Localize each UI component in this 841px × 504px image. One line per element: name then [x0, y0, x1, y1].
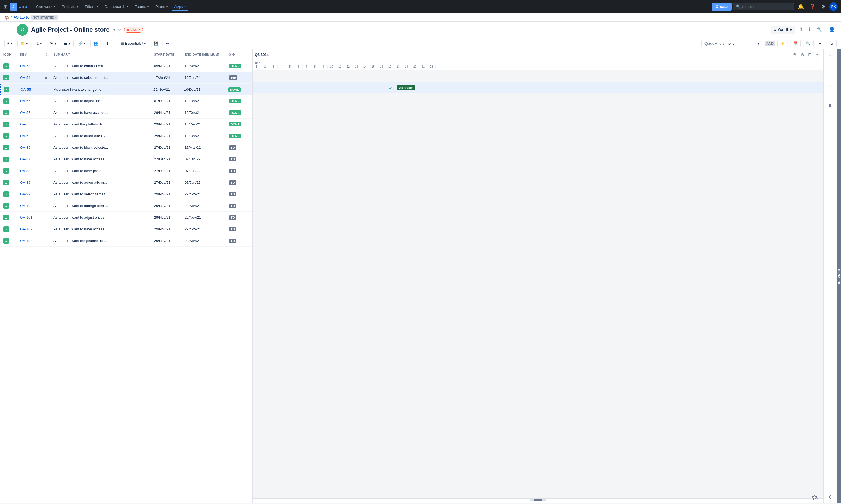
table-row[interactable]: ▲ OA-56 As a user I want to adjust price… [0, 95, 252, 107]
more-options-button[interactable]: ⋯ [816, 40, 825, 47]
gantt-row[interactable] [253, 175, 823, 187]
add-button[interactable]: + ▾ [4, 40, 16, 47]
collapse-panel-button[interactable]: ❮ [826, 492, 835, 501]
search-input[interactable] [742, 5, 791, 9]
table-row[interactable]: ▲ OA-54 ▶ As a user I want to select ite… [0, 72, 252, 84]
delete-button[interactable]: 🗑 [826, 101, 835, 110]
settings-col-icon[interactable]: ⚙ [232, 53, 235, 56]
gantt-row[interactable] [253, 163, 823, 175]
col-key[interactable]: KEY [19, 53, 44, 56]
nav-filters[interactable]: Filters ▾ [82, 3, 101, 11]
issue-key-link[interactable]: OA-103 [20, 239, 33, 243]
issue-key-link[interactable]: OA-59 [20, 134, 31, 138]
issue-key-link[interactable]: OA-88 [20, 169, 31, 173]
issue-key-link[interactable]: OA-53 [20, 64, 31, 68]
table-row[interactable]: ▲ OA-53 As a user I want to control item… [0, 60, 252, 72]
infobar[interactable]: INFOBAR [837, 49, 841, 503]
gantt-button[interactable]: ≡ Gantt ▾ [770, 25, 795, 34]
gantt-row[interactable] [253, 105, 823, 117]
fit-button[interactable]: ⊡ [807, 51, 813, 58]
gantt-row[interactable]: ✓ As a user [253, 82, 823, 93]
gantt-more-button[interactable]: ⋯ [815, 51, 821, 58]
nav-projects[interactable]: Projects ▾ [59, 3, 81, 11]
nav-your-work[interactable]: Your work ▾ [33, 3, 58, 11]
issue-key-link[interactable]: OA-102 [20, 227, 33, 231]
table-row[interactable]: ▲ OA-99 As a user I want to select items… [0, 188, 252, 200]
user-icon[interactable]: 👤 [827, 25, 837, 34]
table-row[interactable]: ▲ OA-57 As a user I want to have access … [0, 107, 252, 119]
move-down-button[interactable]: ↓ [826, 61, 835, 70]
link-button[interactable]: 🔗 ▾ [75, 40, 89, 47]
wrench-icon[interactable]: 🔧 [815, 25, 824, 34]
gantt-row[interactable] [253, 233, 823, 245]
table-row[interactable]: ▲ OA-100 As a user I want to change item… [0, 200, 252, 212]
issue-key-link[interactable]: OA-101 [20, 215, 33, 219]
col-start-date[interactable]: START DATE [153, 53, 183, 56]
jira-logo[interactable]: J Jira [10, 3, 27, 11]
move-right-button[interactable]: → [826, 81, 835, 90]
issue-key-link[interactable]: OA-57 [20, 110, 31, 114]
table-row[interactable]: ▲ OA-89 As a user I want to automatic m.… [0, 177, 252, 188]
help-icon[interactable]: ❓ [808, 2, 817, 12]
scroll-bar-area[interactable] [253, 499, 823, 503]
gantt-row[interactable] [253, 152, 823, 163]
gantt-row[interactable] [253, 222, 823, 233]
gantt-row[interactable] [253, 187, 823, 198]
project-name[interactable]: Agile Project - Online store [31, 26, 109, 33]
live-badge[interactable]: Live ▾ [124, 26, 143, 33]
project-star-icon[interactable]: ☆ [118, 28, 121, 32]
create-button[interactable]: Create [712, 3, 732, 11]
calendar-button[interactable]: 📅 [790, 40, 801, 47]
info-icon[interactable]: ℹ [807, 25, 812, 34]
side-more-button[interactable]: ⋯ [826, 91, 835, 100]
folder-button[interactable]: 📁 ▾ [17, 40, 31, 47]
issue-key-link[interactable]: OA-87 [20, 157, 31, 161]
nav-dashboards[interactable]: Dashboards ▾ [102, 3, 131, 11]
col-summary[interactable]: SUMMARY [52, 53, 153, 56]
gantt-row[interactable] [253, 140, 823, 152]
table-row[interactable]: ▲ OA-101 As a user I want to adjust pric… [0, 212, 252, 223]
table-row[interactable]: ▲ OA-58 As a user I want the platform to… [0, 119, 252, 130]
map-button[interactable]: 🗺 [812, 494, 818, 501]
issue-key-link[interactable]: OA-99 [20, 192, 31, 196]
issue-key-link[interactable]: OA-56 [20, 99, 31, 103]
gantt-row[interactable] [253, 245, 823, 257]
gantt-row[interactable] [253, 93, 823, 105]
move-up-button[interactable]: ↑ [826, 51, 835, 60]
zoom-in-button[interactable]: ⊕ [792, 51, 798, 58]
search-box[interactable]: 🔍 [733, 3, 794, 10]
table-row[interactable]: ▲ OA-87 As a user I want to have access … [0, 154, 252, 165]
share-icon[interactable]: ⤴ [798, 25, 804, 34]
table-row[interactable]: ▲ OA-59 As a user I want to automaticall… [0, 130, 252, 142]
gantt-row[interactable] [253, 210, 823, 222]
gantt-row[interactable] [253, 70, 823, 82]
save-button[interactable]: 💾 [151, 40, 161, 47]
move-left-button[interactable]: ← [826, 71, 835, 80]
issue-key-link[interactable]: OA-86 [20, 145, 31, 149]
avatar[interactable]: PK [829, 2, 838, 11]
collapse-button[interactable]: ∧ [828, 40, 837, 47]
nav-plans[interactable]: Plans ▾ [153, 3, 171, 11]
table-row[interactable]: ▲ OA-86 As a user I want to block select… [0, 142, 252, 154]
issue-key-link[interactable]: OA-89 [20, 180, 31, 184]
not-started-badge[interactable]: NOT STARTED ▾ [31, 15, 58, 20]
table-row[interactable]: ▲ OA-55 As a user I want to change item … [0, 84, 252, 95]
columns-button[interactable]: ☰ ▾ [61, 40, 74, 47]
table-row[interactable]: ▲ OA-103 As a user I want the platform t… [0, 235, 252, 247]
undo-button[interactable]: ↩ [163, 40, 172, 47]
nav-apps[interactable]: Apps ▾ [172, 2, 189, 11]
table-row[interactable]: ▲ OA-88 As a user I want to have pre-def… [0, 165, 252, 177]
notifications-icon[interactable]: 🔔 [796, 2, 805, 12]
issue-key-link[interactable]: OA-54 [20, 75, 31, 80]
expand-button[interactable]: ▶ [45, 75, 48, 80]
project-name-dropdown-icon[interactable]: ▾ [113, 28, 115, 32]
issue-key-link[interactable]: OA-55 [20, 87, 31, 92]
gantt-row[interactable] [253, 128, 823, 140]
breadcrumb-agile-link[interactable]: AGILE-16 [14, 15, 30, 19]
col-end-date[interactable]: END DATE [MINIMUM] [183, 53, 228, 56]
gantt-row[interactable] [253, 117, 823, 128]
zoom-out-button[interactable]: ⊖ [799, 51, 805, 58]
person-add-button[interactable]: 👥 [90, 40, 101, 47]
essentials-button[interactable]: ▤ Essentials* ▾ [118, 40, 149, 47]
settings-icon[interactable]: ⚙ [819, 2, 827, 12]
